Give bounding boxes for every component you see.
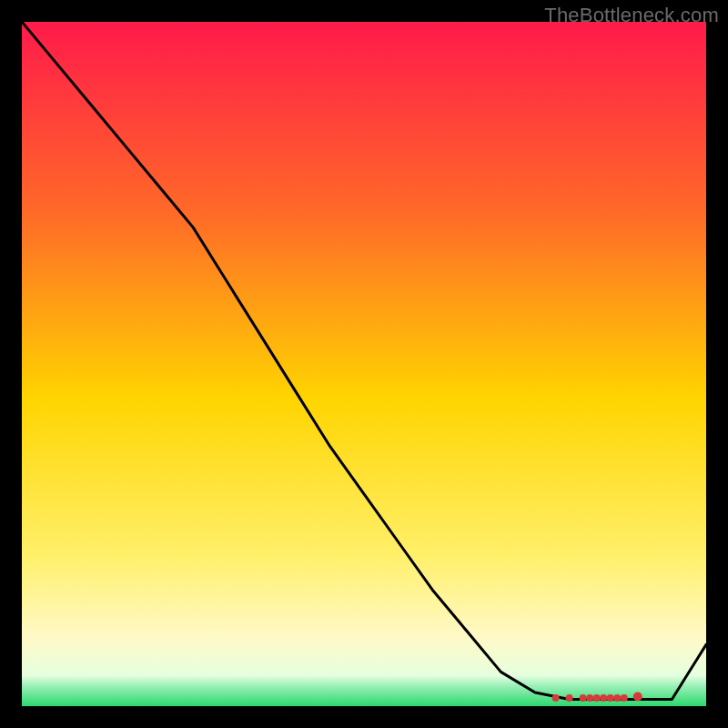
marker-point <box>593 694 601 702</box>
marker-point <box>580 694 587 702</box>
marker-point <box>607 694 614 702</box>
marker-point <box>600 694 607 702</box>
chart-root: TheBottleneck.com <box>0 0 728 728</box>
marker-point <box>633 693 642 702</box>
marker-point <box>566 694 573 702</box>
plot-svg <box>22 22 706 706</box>
gradient-background <box>22 22 706 706</box>
plot-area <box>22 22 706 706</box>
marker-point <box>552 694 560 702</box>
marker-point <box>621 694 628 702</box>
marker-point <box>613 694 621 702</box>
marker-point <box>586 694 593 702</box>
